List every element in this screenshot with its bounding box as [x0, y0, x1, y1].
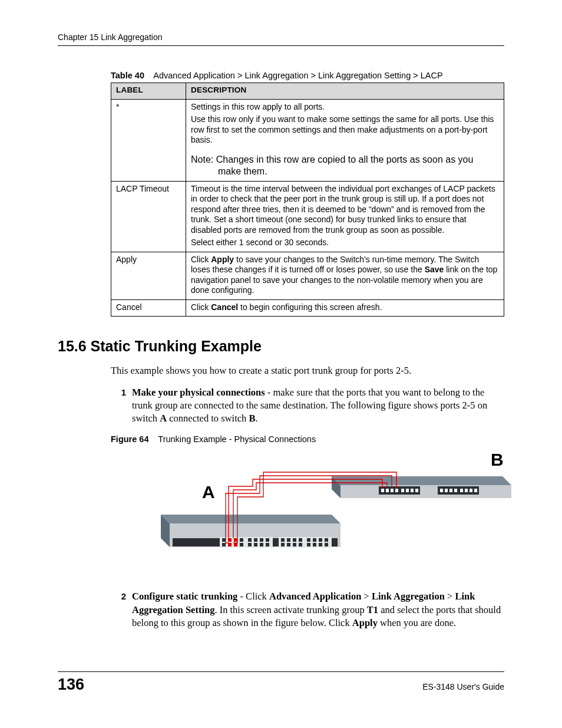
switch-a-icon: [161, 515, 340, 548]
t: Click: [191, 255, 211, 264]
svg-rect-12: [411, 489, 414, 492]
page-footer: 136 ES-3148 User's Guide: [58, 671, 504, 694]
svg-rect-62: [228, 543, 232, 546]
svg-marker-0: [332, 476, 511, 485]
table-row: Apply Click Apply to save your changes t…: [111, 252, 504, 299]
step-text: Configure static trunking - Click Advanc…: [132, 590, 504, 630]
table-caption-text: Advanced Application > Link Aggregation …: [153, 71, 442, 80]
table-row: * Settings in this row apply to all port…: [111, 99, 504, 181]
svg-rect-39: [240, 543, 243, 546]
t-bold: Make your physical connections: [132, 387, 265, 398]
cell-label: *: [111, 99, 186, 181]
svg-rect-18: [460, 489, 463, 492]
cell-desc: Click Cancel to begin configuring this s…: [186, 299, 504, 317]
svg-rect-44: [281, 538, 285, 542]
t: >: [445, 591, 455, 602]
para: Select either 1 second or 30 seconds.: [191, 238, 499, 248]
svg-rect-47: [299, 538, 302, 542]
svg-rect-59: [325, 543, 328, 546]
step-number: 2: [111, 590, 132, 630]
note-line1: Note: Changes in this row are copied to …: [191, 154, 473, 164]
svg-rect-46: [293, 538, 296, 542]
doc-title: ES-3148 User's Guide: [422, 682, 504, 694]
t: .: [255, 413, 257, 424]
t-bold: Advanced Application: [269, 591, 361, 602]
cell-desc: Click Apply to save your changes to the …: [186, 252, 504, 299]
para: Use this row only if you want to make so…: [191, 114, 499, 146]
svg-rect-49: [313, 538, 316, 542]
svg-rect-53: [287, 543, 290, 546]
svg-rect-35: [266, 538, 269, 542]
svg-rect-36: [222, 543, 226, 546]
figure-trunking: A B: [125, 450, 514, 574]
t-bold: Link Aggregation: [372, 591, 445, 602]
t-bold: Apply: [211, 255, 234, 264]
t-bold: B: [249, 413, 255, 424]
table-caption: Table 40 Advanced Application > Link Agg…: [111, 71, 504, 80]
svg-rect-56: [307, 543, 310, 546]
lacp-table: LABEL DESCRIPTION * Settings in this row…: [111, 83, 504, 317]
figure-caption-text: Trunking Example - Physical Connections: [158, 434, 316, 444]
svg-rect-7: [386, 489, 389, 492]
svg-rect-16: [449, 489, 452, 492]
svg-rect-34: [260, 538, 263, 542]
figure-label-b: B: [491, 450, 504, 470]
svg-rect-54: [293, 543, 296, 546]
t-bold: A: [160, 413, 167, 424]
switch-diagram-svg: [125, 450, 514, 574]
svg-rect-15: [445, 489, 448, 492]
svg-rect-26: [220, 537, 273, 548]
svg-rect-48: [307, 538, 310, 542]
t: - Click: [237, 591, 269, 602]
t: . In this screen activate trunking group: [214, 604, 366, 615]
svg-rect-8: [391, 489, 394, 492]
svg-rect-51: [325, 538, 328, 542]
svg-rect-63: [234, 543, 237, 546]
svg-rect-6: [381, 489, 384, 492]
svg-marker-22: [161, 515, 340, 523]
svg-rect-32: [248, 538, 252, 542]
svg-rect-4: [426, 486, 432, 495]
cell-desc: Settings in this row apply to all ports.…: [186, 99, 504, 181]
t-bold: Apply: [352, 617, 378, 628]
svg-rect-28: [222, 538, 226, 542]
svg-rect-58: [319, 543, 322, 546]
cell-label: Cancel: [111, 299, 186, 317]
svg-rect-61: [234, 538, 237, 542]
t: Click: [191, 302, 211, 312]
step-1: 1 Make your physical connections - make …: [111, 386, 504, 426]
svg-rect-31: [240, 538, 243, 542]
note-line2: make them.: [191, 166, 499, 177]
th-label: LABEL: [111, 83, 186, 100]
svg-rect-20: [470, 489, 472, 492]
step-2: 2 Configure static trunking - Click Adva…: [111, 590, 504, 630]
svg-rect-45: [287, 538, 290, 542]
svg-rect-14: [440, 489, 443, 492]
t: to begin configuring this screen afresh.: [238, 302, 382, 312]
svg-rect-42: [260, 543, 263, 546]
svg-rect-40: [248, 543, 252, 546]
svg-rect-3: [379, 486, 420, 495]
svg-rect-50: [319, 538, 322, 542]
step-text: Make your physical connections - make su…: [132, 386, 504, 426]
svg-rect-60: [228, 538, 232, 542]
t-bold: Configure static trunking: [132, 591, 237, 602]
step-number: 1: [111, 386, 132, 426]
t: when you are done.: [378, 617, 456, 628]
t-bold: Cancel: [211, 302, 238, 312]
svg-rect-27: [279, 537, 332, 548]
cell-label: Apply: [111, 252, 186, 299]
t-bold: T1: [367, 604, 378, 615]
cell-desc: Timeout is the time interval between the…: [186, 181, 504, 252]
svg-rect-13: [415, 489, 418, 492]
svg-rect-41: [254, 543, 257, 546]
section-heading: 15.6 Static Trunking Example: [58, 338, 504, 355]
cell-label: LACP Timeout: [111, 181, 186, 252]
svg-rect-19: [465, 489, 468, 492]
table-caption-label: Table 40: [111, 71, 144, 80]
table-row: Cancel Click Cancel to begin configuring…: [111, 299, 504, 317]
para: Timeout is the time interval between the…: [191, 184, 499, 236]
note: Note: Changes in this row are copied to …: [191, 154, 499, 177]
svg-rect-21: [474, 489, 477, 492]
t-bold: Save: [425, 265, 444, 274]
